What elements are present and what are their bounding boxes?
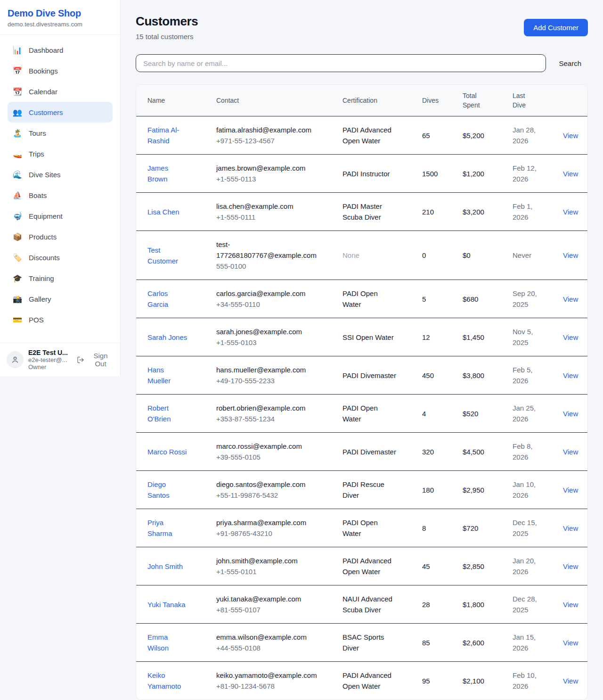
user-info: E2E Test U... e2e-tester@... Owner	[28, 349, 71, 371]
customer-name-link[interactable]: Diego Santos	[147, 479, 188, 501]
view-customer-link[interactable]: View	[563, 524, 578, 532]
view-customer-link[interactable]: View	[563, 170, 578, 178]
customer-email: fatima.alrashid@example.com	[216, 124, 319, 135]
customer-name-link[interactable]: Sarah Jones	[147, 332, 187, 343]
customer-last-dive: Feb 10, 2026	[513, 670, 540, 692]
graduation-cap-icon: 🎓	[12, 274, 23, 283]
sidebar-item-boats[interactable]: ⛵ Boats	[8, 185, 113, 206]
wave-icon: 🌊	[12, 170, 23, 179]
sidebar-item-bookings[interactable]: 📅 Bookings	[8, 60, 113, 81]
customer-name-link[interactable]: Priya Sharma	[147, 517, 188, 539]
table-row: Emma Wilson emma.wilson@example.com +44-…	[136, 624, 587, 662]
view-customer-link[interactable]: View	[563, 562, 578, 570]
table-row: Test Customer test-1772681807767@example…	[136, 231, 587, 280]
view-customer-link[interactable]: View	[563, 251, 578, 259]
sidebar-item-discounts[interactable]: 🏷️ Discounts	[8, 247, 113, 268]
view-customer-link[interactable]: View	[563, 371, 578, 379]
view-customer-link[interactable]: View	[563, 677, 578, 685]
sidebar-item-equipment[interactable]: 🤿 Equipment	[8, 206, 113, 226]
search-input[interactable]	[136, 54, 546, 72]
customer-name-link[interactable]: Fatima Al-Rashid	[147, 124, 188, 146]
customer-name-link[interactable]: John Smith	[147, 561, 183, 572]
sidebar-item-trips[interactable]: 🚤 Trips	[8, 143, 113, 164]
customer-name-link[interactable]: Test Customer	[147, 245, 188, 266]
view-customer-link[interactable]: View	[563, 639, 578, 647]
sidebar-item-training[interactable]: 🎓 Training	[8, 268, 113, 288]
customer-phone: +44-555-0108	[216, 642, 331, 653]
customer-name-link[interactable]: Robert O'Brien	[147, 403, 188, 424]
customer-certification: NAUI Advanced Scuba Diver	[342, 593, 396, 615]
customer-name-link[interactable]: Carlos Garcia	[147, 288, 188, 310]
shop-name: Demo Dive Shop	[8, 8, 109, 19]
customer-name-link[interactable]: Emma Wilson	[147, 632, 188, 653]
customer-certification: None	[342, 250, 396, 261]
view-customer-link[interactable]: View	[563, 486, 578, 494]
customer-name-link[interactable]: Marco Rossi	[147, 446, 187, 457]
customer-phone: +91-98765-43210	[216, 528, 331, 539]
customer-certification: BSAC Sports Diver	[342, 632, 396, 653]
view-customer-link[interactable]: View	[563, 132, 578, 140]
customer-phone: +34-555-0110	[216, 299, 331, 310]
search-button[interactable]: Search	[559, 59, 581, 67]
sidebar-item-tours[interactable]: 🏝️ Tours	[8, 123, 113, 143]
user-name: E2E Test U...	[28, 349, 71, 356]
sailboat-icon: ⛵	[12, 191, 23, 200]
user-section: E2E Test U... e2e-tester@... Owner Sign …	[0, 343, 120, 376]
customers-table-card: NameContactCertificationDivesTotal Spent…	[136, 84, 588, 700]
person-icon	[11, 355, 19, 364]
customer-last-dive: Jan 15, 2026	[513, 632, 540, 653]
view-customer-link[interactable]: View	[563, 333, 578, 341]
add-customer-button[interactable]: Add Customer	[524, 19, 588, 36]
search-row: Search	[136, 54, 588, 72]
customer-name-link[interactable]: James Brown	[147, 163, 188, 184]
view-customer-link[interactable]: View	[563, 295, 578, 303]
customer-name-link[interactable]: Lisa Chen	[147, 206, 179, 217]
page-header: Customers 15 total customers Add Custome…	[136, 14, 588, 41]
customer-phone: +81-555-0107	[216, 604, 331, 615]
customer-total-spent: $3,800	[457, 356, 507, 395]
customer-name-link[interactable]: Hans Mueller	[147, 364, 188, 386]
customer-dives: 95	[416, 662, 457, 700]
camera-icon: 📸	[12, 295, 23, 304]
view-customer-link[interactable]: View	[563, 208, 578, 216]
customer-certification: PADI Open Water	[342, 517, 396, 539]
column-header-name: Name	[136, 85, 211, 116]
customer-total-spent: $2,950	[457, 471, 507, 509]
page-title: Customers	[136, 14, 198, 29]
sidebar-item-calendar[interactable]: 📆 Calendar	[8, 81, 113, 102]
customer-name-link[interactable]: Keiko Yamamoto	[147, 670, 188, 692]
table-row: Diego Santos diego.santos@example.com +5…	[136, 471, 587, 509]
customer-certification: PADI Open Water	[342, 403, 396, 424]
sidebar-item-products[interactable]: 📦 Products	[8, 226, 113, 247]
customer-email: emma.wilson@example.com	[216, 632, 319, 642]
customer-email: robert.obrien@example.com	[216, 403, 319, 413]
sidebar-item-pos[interactable]: 💳 POS	[8, 309, 113, 330]
customer-dives: 450	[416, 356, 457, 395]
brand-block: Demo Dive Shop demo.test.divestreams.com	[0, 0, 120, 35]
customer-dives: 65	[416, 116, 457, 155]
main-content: Customers 15 total customers Add Custome…	[121, 0, 603, 700]
sidebar-item-dive-sites[interactable]: 🌊 Dive Sites	[8, 164, 113, 185]
customer-email: sarah.jones@example.com	[216, 326, 319, 337]
customer-total-spent: $2,850	[457, 547, 507, 585]
table-row: Marco Rossi marco.rossi@example.com +39-…	[136, 433, 587, 471]
view-customer-link[interactable]: View	[563, 601, 578, 609]
sign-out-button[interactable]: Sign Out	[77, 352, 114, 368]
table-row: John Smith john.smith@example.com +1-555…	[136, 547, 587, 585]
customer-total-spent: $680	[457, 280, 507, 318]
bar-chart-icon: 📊	[12, 46, 23, 55]
customer-name-link[interactable]: Yuki Tanaka	[147, 599, 186, 610]
view-customer-link[interactable]: View	[563, 410, 578, 418]
customer-phone: +81-90-1234-5678	[216, 681, 331, 692]
view-customer-link[interactable]: View	[563, 448, 578, 456]
customer-last-dive: Dec 15, 2025	[513, 517, 540, 539]
customer-last-dive: Jan 20, 2026	[513, 555, 540, 577]
sidebar-item-dashboard[interactable]: 📊 Dashboard	[8, 40, 113, 60]
customer-phone: +353-87-555-1234	[216, 413, 331, 424]
customer-phone: +1-555-0101	[216, 566, 331, 577]
customer-last-dive: Jan 25, 2026	[513, 403, 540, 424]
customer-dives: 85	[416, 624, 457, 662]
sidebar-item-gallery[interactable]: 📸 Gallery	[8, 288, 113, 309]
customer-phone: +39-555-0105	[216, 452, 331, 462]
sidebar-item-customers[interactable]: 👥 Customers	[8, 102, 113, 123]
